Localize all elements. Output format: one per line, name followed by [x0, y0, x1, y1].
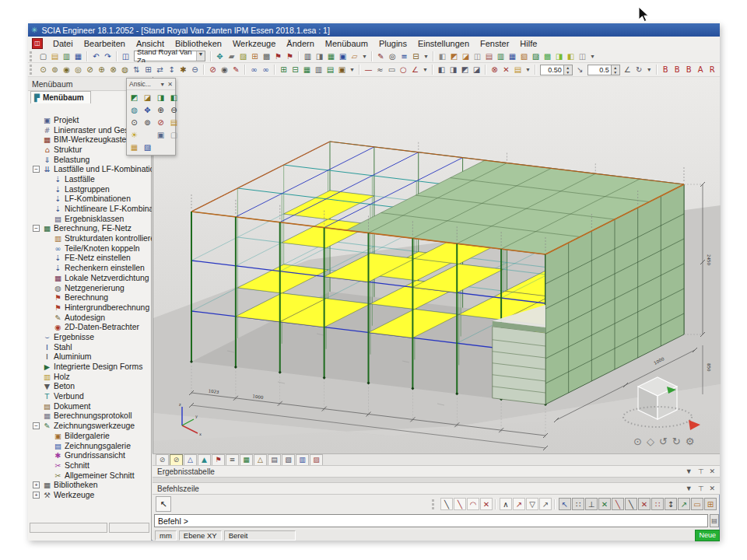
result-1-icon[interactable]: B — [660, 64, 672, 75]
snap-mid-icon[interactable]: ╲ — [612, 498, 624, 510]
snap-dots-icon[interactable]: ∷ — [651, 498, 664, 510]
plane-cell[interactable]: Ebene XY — [179, 530, 222, 541]
tree-item-bildergalerie[interactable]: ▣Bildergalerie — [28, 431, 152, 441]
result-2-icon[interactable]: B — [672, 64, 683, 75]
camera-2-icon[interactable]: ▢ — [169, 130, 179, 140]
new-project-icon[interactable]: ▢ — [37, 51, 49, 62]
rotate-view-2-icon[interactable]: ◪ — [142, 93, 153, 103]
circle-tool-icon[interactable]: ○ — [398, 64, 409, 75]
snap-tangent-icon[interactable]: ↕ — [665, 498, 677, 510]
expand-icon[interactable]: + — [33, 481, 40, 488]
view-10-icon[interactable]: ▩ — [542, 51, 553, 62]
menu-bearbeiten[interactable]: Bearbeiten — [79, 38, 131, 49]
tree-item-lastgruppen[interactable]: ⇣Lastgruppen — [28, 184, 152, 194]
layers-2-icon[interactable]: ⊟ — [289, 64, 301, 75]
spinner-value[interactable]: 0.5 — [587, 65, 612, 75]
tree-item-teile-knoten-koppeln[interactable]: ∞Teile/Knoten koppeln — [28, 243, 152, 254]
graph-tab-icon[interactable]: ▲ — [198, 454, 211, 466]
zoom-window-icon[interactable]: ⊙ — [129, 117, 139, 128]
tree-item-netzgenerierung[interactable]: ◍Netzgenerierung — [28, 283, 152, 293]
rotate-view-3-icon[interactable]: ◨ — [156, 93, 166, 103]
tree-item-berechnungsprotokoll[interactable]: ▦Berechnungsprotokoll — [28, 411, 152, 422]
delete-1-icon[interactable]: ⊗ — [489, 64, 500, 75]
axo-tab-icon[interactable]: △ — [184, 454, 197, 466]
copy-geom-icon[interactable]: ◉ — [219, 64, 230, 75]
window-4-icon[interactable]: ◪ — [471, 64, 482, 75]
tree-item-werkzeuge[interactable]: +⚒Werkzeuge — [28, 490, 152, 500]
cube-icon[interactable]: ◇ — [647, 436, 654, 447]
chevron-down-icon[interactable]: ▼ — [686, 485, 693, 492]
close-window-icon[interactable]: ◫ — [120, 51, 132, 62]
tree-item-nichtlineare-lf-kombinatio[interactable]: ⇣Nichtlineare LF-Kombinatio — [28, 204, 152, 214]
snap-surface-icon[interactable]: ▽ — [526, 498, 538, 510]
document-icon[interactable]: ◫ — [32, 38, 43, 49]
chevron-down-icon[interactable]: ▼ — [160, 82, 165, 87]
view-11-icon[interactable]: ◨ — [553, 51, 565, 62]
expand-icon[interactable]: + — [33, 492, 40, 499]
gallery-1-icon[interactable]: ⚑ — [272, 51, 284, 62]
menu-einstellungen[interactable]: Einstellungen — [412, 38, 475, 49]
visibility-10-icon[interactable]: ⊞ — [142, 64, 154, 75]
chevron-down-icon[interactable]: ▼ — [196, 51, 205, 61]
zoom-all-icon[interactable]: ⊚ — [142, 117, 153, 128]
axes-view-icon[interactable]: ✥ — [142, 105, 153, 115]
binocular-1-icon[interactable]: ∞ — [248, 64, 260, 75]
view-5-icon[interactable]: ▤ — [483, 51, 495, 62]
chevron-down-icon[interactable]: ▼ — [686, 467, 693, 475]
menu-bibliotheken[interactable]: Bibliotheken — [170, 38, 227, 49]
collapse-icon[interactable]: − — [33, 225, 40, 232]
camera-1-icon[interactable]: ▣ — [156, 130, 166, 140]
snap-edge-icon[interactable]: ↗ — [513, 498, 525, 510]
visibility-7-icon[interactable]: ⊗ — [107, 64, 119, 75]
snap-line-2-icon[interactable]: ╲ — [454, 498, 466, 510]
angle-2-icon[interactable]: ∠ — [622, 64, 633, 75]
open-project-icon[interactable]: ▤ — [49, 51, 61, 62]
folder-icon[interactable]: ▤ — [512, 64, 524, 75]
print-preview-icon[interactable]: ◨ — [314, 51, 325, 62]
toolbar-grip[interactable] — [30, 65, 34, 75]
flag-tab-icon[interactable]: ⚑ — [212, 454, 225, 466]
tree-item-ergebnisse[interactable]: ⌣Ergebnisse — [28, 332, 152, 342]
ansicht-toolbar-titlebar[interactable]: Ansic... ▼ ✕ — [127, 79, 175, 90]
tree-item-hintergrundberechnung[interactable]: ⚑Hintergrundberechnung — [28, 303, 152, 313]
layers-6-icon[interactable]: ▣ — [336, 64, 348, 75]
undo-icon[interactable]: ↶ — [90, 51, 102, 62]
rotate-2-icon[interactable]: ↻ — [633, 64, 645, 75]
orbit-icon[interactable]: ◍ — [129, 105, 139, 115]
rotate-view-1-icon[interactable]: ◩ — [129, 93, 139, 103]
tree-item-verbund[interactable]: TVerbund — [28, 391, 152, 401]
collapse-icon[interactable]: − — [33, 166, 40, 173]
dropdown-caret[interactable]: ▼ — [362, 54, 367, 59]
result-5-icon[interactable]: R — [707, 64, 718, 75]
3d-model[interactable]: 1023100010002450850zxy — [153, 77, 721, 453]
orbit-left-icon[interactable]: ↺ — [659, 436, 668, 447]
tree-item-beton[interactable]: ▼Beton — [28, 382, 152, 392]
visibility-4-icon[interactable]: ◎ — [72, 64, 84, 75]
document-icon[interactable]: ▱ — [349, 51, 360, 62]
tree-item-rechenkern-einstellen[interactable]: ⇣Rechenkern einstellen — [28, 263, 152, 273]
visibility-14-icon[interactable]: ⊖ — [189, 64, 201, 75]
dropdown-caret[interactable]: ▼ — [590, 54, 595, 59]
members-icon[interactable]: ⊟ — [410, 51, 422, 62]
angle-tool-icon[interactable]: ∠ — [409, 64, 421, 75]
layers-5-icon[interactable]: ▤ — [324, 64, 336, 75]
snap-delete-icon[interactable]: ✕ — [480, 498, 493, 510]
menu-hilfe[interactable]: Hilfe — [514, 38, 542, 49]
tree-item-lastf-lle[interactable]: ⇣Lastfälle — [28, 174, 152, 184]
view-2-icon[interactable]: ◩ — [448, 51, 460, 62]
tree-item-berechnung[interactable]: ⚑Berechnung — [28, 292, 152, 303]
storeys-icon[interactable]: ≡ — [398, 51, 410, 62]
tree-item-berechnung-fe-netz[interactable]: −▦Berechnung, FE-Netz — [28, 224, 152, 234]
paste-icon[interactable]: ▩ — [261, 51, 272, 62]
snap-column-icon[interactable]: ⊞ — [704, 498, 717, 510]
snap-arc-icon[interactable]: ◠ — [467, 498, 479, 510]
table-composer-icon[interactable]: ▦ — [325, 51, 337, 62]
tree-item-dokument[interactable]: ▤Dokument — [28, 401, 152, 411]
visibility-5-icon[interactable]: ⊘ — [84, 64, 96, 75]
command-history-button[interactable]: ▤ — [710, 514, 719, 527]
value-spinner[interactable]: 0.50▲▼ — [540, 65, 573, 75]
line-tool-icon[interactable]: — — [363, 64, 374, 75]
window-2-icon[interactable]: ◨ — [447, 64, 459, 75]
zoom-previous-icon[interactable]: ⊘ — [156, 117, 166, 128]
pin-icon[interactable]: ⊥ — [698, 467, 704, 475]
